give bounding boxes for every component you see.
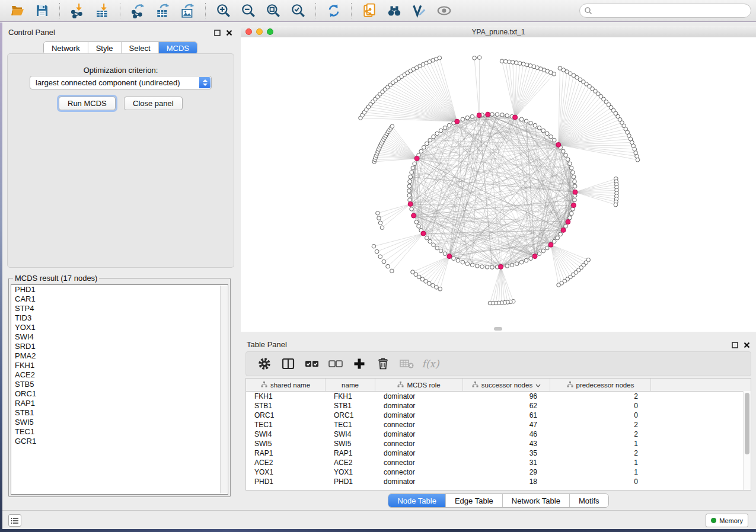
mcds-result-group: MCDS result (17 nodes) PHD1CAR1STP4TID3Y… [8,274,231,497]
delete-column-trash-icon[interactable] [373,355,393,373]
tab-network[interactable]: Network [44,42,88,54]
mcds-result-item[interactable]: ORC1 [11,389,228,399]
control-panel: Control Panel NetworkStyleSelectMCDS Opt… [2,23,238,511]
column-header-mcds-role[interactable]: MCDS role [375,379,463,391]
tab-network-table[interactable]: Network Table [503,494,570,507]
mcds-result-list[interactable]: PHD1CAR1STP4TID3YOX1SWI4SRD1PMA2FKH1ACE2… [11,284,228,495]
zoom-out-icon[interactable] [240,2,257,19]
float-panel-icon[interactable] [214,28,221,39]
table-cell: 1 [550,440,651,448]
table-row[interactable]: ACE2ACE2connector311 [246,458,751,467]
mcds-result-item[interactable]: TID3 [11,313,228,323]
sort-chevron-icon[interactable] [535,382,541,389]
run-mcds-button[interactable]: Run MCDS [59,97,116,110]
refresh-icon[interactable] [325,2,343,19]
zoom-fit-icon[interactable] [264,2,282,19]
tab-select[interactable]: Select [122,42,159,54]
mcds-result-item[interactable]: PMA2 [11,351,228,361]
column-header-shared-name[interactable]: shared name [246,379,326,391]
table-row[interactable]: ORC1ORC1dominator610 [246,411,751,420]
mcds-result-item[interactable]: CAR1 [11,294,228,304]
close-panel-button[interactable]: Close panel [124,97,183,110]
table-row[interactable]: RAP1RAP1dominator352 [246,448,751,458]
mcds-list-scrollbar[interactable] [220,286,227,493]
network-hscrollbar-thumb[interactable] [494,327,502,331]
network-window-titlebar[interactable]: YPA_prune.txt_1 [241,26,756,38]
table-row[interactable]: YOX1YOX1connector291 [246,467,751,477]
column-header-successor-nodes[interactable]: successor nodes [463,379,550,391]
table-vscrollbar-thumb[interactable] [745,393,749,454]
search-network-binoculars-icon[interactable] [385,2,403,19]
mcds-result-item[interactable]: SRD1 [11,342,228,351]
tab-node-table[interactable]: Node Table [388,494,446,507]
table-row[interactable]: SWI5SWI5connector431 [246,439,751,448]
mcds-result-item[interactable]: STP4 [11,304,228,313]
show-hide-graphics-eye-icon[interactable] [435,2,453,19]
share-document-icon[interactable] [361,2,378,19]
tab-style[interactable]: Style [88,42,122,54]
search-field[interactable] [579,4,751,18]
function-builder-icon: f(x) [420,355,441,373]
add-column-icon[interactable] [349,355,369,373]
export-image-icon[interactable] [179,2,197,19]
select-all-columns-icon[interactable] [302,355,322,373]
mcds-result-item[interactable]: FKH1 [11,361,228,370]
mcds-result-item[interactable]: ACE2 [11,370,228,380]
network-graph[interactable] [241,37,756,332]
table-cell: 18 [463,477,550,486]
mcds-result-item[interactable]: SWI4 [11,332,228,342]
import-table-icon[interactable] [94,2,111,19]
save-icon[interactable] [33,2,51,19]
node-table: shared namenameMCDS rolesuccessor nodesp… [245,378,751,491]
table-row[interactable]: FKH1FKH1dominator962 [246,392,751,401]
control-panel-title: Control Panel [8,28,55,37]
table-header-row[interactable]: shared namenameMCDS rolesuccessor nodesp… [246,379,751,392]
tab-mcds[interactable]: MCDS [159,42,197,54]
mcds-result-item[interactable]: STB1 [11,408,228,418]
table-cell: dominator [375,402,463,410]
table-cell: 47 [463,421,550,429]
table-row[interactable]: TEC1TEC1connector472 [246,420,751,430]
table-cell: YOX1 [326,468,375,476]
tab-edge-table[interactable]: Edge Table [446,494,503,507]
table-vscrollbar[interactable] [743,391,751,490]
deselect-all-columns-icon[interactable] [326,355,346,373]
table-cell: 46 [463,430,550,438]
open-folder-icon[interactable] [8,2,26,19]
float-panel-icon[interactable] [732,340,738,351]
mcds-result-item[interactable]: GCR1 [11,437,228,446]
mcds-result-item[interactable]: TEC1 [11,427,228,437]
table-cell: connector [375,468,463,476]
column-header-predecessor-nodes[interactable]: predecessor nodes [550,379,651,391]
task-history-button[interactable] [8,514,21,527]
mcds-result-item[interactable]: SWI5 [11,418,228,427]
import-network-icon[interactable] [69,2,87,19]
zoom-selected-icon[interactable] [289,2,307,19]
zoom-in-icon[interactable] [215,2,232,19]
optimization-criterion-select[interactable]: largest connected component (undirected) [30,76,212,89]
mcds-result-item[interactable]: PHD1 [11,285,228,294]
settings-gear-icon[interactable] [254,355,275,373]
mcds-result-item[interactable]: STB5 [11,380,228,389]
close-panel-icon[interactable] [744,340,750,351]
mcds-result-item[interactable]: RAP1 [11,399,228,408]
column-header-name[interactable]: name [326,379,375,391]
table-cell: SWI5 [326,440,375,448]
tab-motifs[interactable]: Motifs [570,494,608,507]
search-input[interactable] [579,4,751,18]
network-canvas[interactable] [241,37,756,332]
mcds-result-item[interactable]: YOX1 [11,323,228,332]
table-cell: 0 [550,411,651,419]
table-cell: ORC1 [246,411,326,419]
split-view-icon[interactable] [278,355,298,373]
table-row[interactable]: SWI4SWI4dominator462 [246,430,751,439]
table-cell: ORC1 [326,411,375,419]
close-panel-icon[interactable] [226,28,232,39]
memory-button[interactable]: Memory [706,514,748,527]
export-network-icon[interactable] [129,2,147,19]
style-apply-icon[interactable] [410,2,428,19]
export-table-icon[interactable] [154,2,172,19]
table-row[interactable]: STB1STB1dominator620 [246,401,751,411]
table-row[interactable]: PHD1PHD1dominator180 [246,477,751,486]
table-cell: TEC1 [326,421,375,429]
